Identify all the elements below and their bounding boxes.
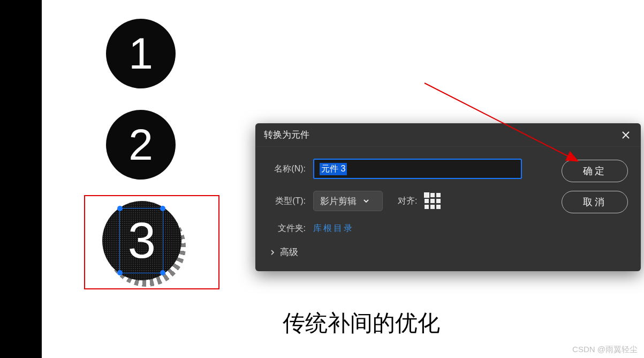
align-dot[interactable] bbox=[436, 205, 441, 209]
circle-label: 3 bbox=[128, 212, 156, 270]
numbered-circle-1: 1 bbox=[106, 19, 176, 88]
dialog-title: 转换为元件 bbox=[264, 129, 309, 141]
folder-label: 文件夹: bbox=[268, 223, 306, 234]
align-dot[interactable] bbox=[430, 193, 435, 197]
chevron-down-icon bbox=[363, 198, 369, 204]
folder-link[interactable]: 库根目录 bbox=[313, 223, 354, 234]
advanced-label: 高级 bbox=[280, 246, 298, 258]
ok-button[interactable]: 确定 bbox=[562, 160, 628, 182]
cancel-button-label: 取消 bbox=[583, 196, 607, 208]
form-area: 名称(N): 元件 3 类型(T): 影片剪辑 对齐: bbox=[268, 159, 551, 258]
chevron-right-icon bbox=[269, 249, 276, 256]
align-dot[interactable] bbox=[425, 205, 429, 209]
dialog-header: 转换为元件 bbox=[255, 123, 641, 147]
button-area: 确定 取消 bbox=[562, 159, 628, 258]
numbered-circle-2: 2 bbox=[106, 110, 176, 180]
align-dot[interactable] bbox=[436, 199, 441, 203]
selected-object-wrap[interactable]: 3 bbox=[102, 201, 181, 280]
align-dot[interactable] bbox=[430, 199, 435, 203]
ok-button-label: 确定 bbox=[583, 165, 607, 177]
advanced-toggle[interactable]: 高级 bbox=[268, 246, 551, 258]
cancel-button[interactable]: 取消 bbox=[562, 191, 628, 213]
name-input-value: 元件 3 bbox=[320, 163, 347, 175]
circle-label: 2 bbox=[128, 120, 153, 170]
folder-row: 文件夹: 库根目录 bbox=[268, 223, 551, 234]
caption: 传统补间的优化 bbox=[283, 308, 440, 338]
close-icon bbox=[622, 131, 630, 139]
numbered-circle-3: 3 bbox=[102, 201, 181, 280]
align-dot[interactable] bbox=[425, 193, 429, 197]
align-registration-grid[interactable] bbox=[425, 193, 441, 209]
type-row: 类型(T): 影片剪辑 对齐: bbox=[268, 191, 551, 211]
convert-to-symbol-dialog: 转换为元件 名称(N): 元件 3 类型(T): 影片剪辑 bbox=[255, 123, 641, 271]
type-select-value: 影片剪辑 bbox=[320, 195, 357, 207]
name-input[interactable]: 元件 3 bbox=[313, 159, 522, 179]
align-dot[interactable] bbox=[425, 199, 429, 203]
type-select[interactable]: 影片剪辑 bbox=[313, 191, 383, 211]
align-dot[interactable] bbox=[430, 205, 435, 209]
name-label: 名称(N): bbox=[268, 163, 306, 175]
align-dot[interactable] bbox=[436, 193, 441, 197]
watermark: CSDN @雨翼轻尘 bbox=[572, 345, 638, 355]
dialog-body: 名称(N): 元件 3 类型(T): 影片剪辑 对齐: bbox=[255, 147, 641, 271]
circle-label: 1 bbox=[128, 28, 153, 79]
canvas-area: 1 2 3 转换为元件 名称(N): bbox=[42, 0, 644, 358]
name-row: 名称(N): 元件 3 bbox=[268, 159, 551, 179]
align-label: 对齐: bbox=[398, 196, 417, 207]
type-label: 类型(T): bbox=[268, 196, 306, 207]
close-button[interactable] bbox=[619, 129, 632, 141]
